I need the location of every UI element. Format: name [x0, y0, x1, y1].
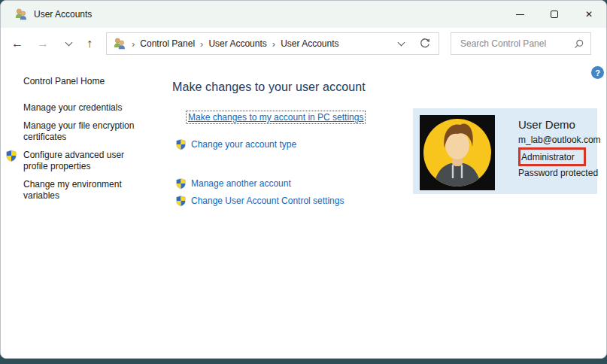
help-button[interactable]: ? — [591, 66, 604, 79]
uac-shield-icon — [175, 195, 187, 207]
breadcrumb-user-accounts-icon — [113, 37, 126, 50]
maximize-button[interactable] — [537, 1, 572, 28]
search-input[interactable] — [460, 38, 573, 49]
breadcrumb-separator: › — [272, 38, 275, 50]
link-label: Manage another account — [191, 178, 291, 189]
link-pc-settings[interactable]: Make changes to my account in PC setting… — [186, 111, 366, 124]
page-title: Make changes to your user account — [172, 80, 413, 94]
link-label: Change your account type — [191, 139, 296, 150]
administrator-highlight-box: Administrator — [518, 147, 586, 166]
link-change-account-type[interactable]: Change your account type — [175, 138, 413, 150]
breadcrumb-user-accounts[interactable]: User Accounts — [208, 38, 266, 49]
user-account-card: User Demo m_lab@outlook.com Administrato… — [413, 108, 597, 194]
search-box[interactable] — [451, 32, 591, 55]
minimize-icon — [516, 14, 524, 15]
user-avatar — [420, 115, 495, 190]
link-change-uac-settings[interactable]: Change User Account Control settings — [175, 195, 413, 207]
help-icon: ? — [595, 68, 600, 77]
password-status: Password protected — [518, 168, 601, 178]
link-manage-another-account[interactable]: Manage another account — [175, 177, 413, 190]
sidebar-item-environment-variables[interactable]: Change my environment variables — [23, 179, 145, 202]
user-email: m_lab@outlook.com — [518, 135, 601, 145]
main-pane: Make changes to your user account Make c… — [172, 59, 413, 207]
breadcrumb-user-accounts-2[interactable]: User Accounts — [281, 38, 338, 49]
chevron-down-icon — [65, 38, 72, 46]
up-button[interactable]: ↑ — [80, 28, 99, 59]
minimize-button[interactable] — [502, 1, 537, 28]
address-bar[interactable]: › Control Panel › User Accounts › User A… — [106, 32, 439, 55]
close-icon: ✕ — [585, 9, 593, 20]
user-accounts-app-icon — [14, 8, 28, 21]
uac-shield-icon — [5, 150, 17, 162]
uac-shield-icon — [175, 177, 187, 190]
search-icon[interactable] — [573, 38, 584, 50]
maximize-icon — [551, 11, 558, 18]
uac-shield-icon — [175, 138, 187, 150]
breadcrumb-control-panel[interactable]: Control Panel — [140, 38, 195, 49]
sidebar-item-control-panel-home[interactable]: Control Panel Home — [23, 76, 172, 86]
forward-icon: → — [37, 37, 49, 50]
breadcrumb-separator: › — [132, 38, 135, 50]
refresh-icon[interactable] — [419, 38, 431, 50]
user-role: Administrator — [521, 152, 575, 162]
close-button[interactable]: ✕ — [572, 1, 606, 28]
user-name: User Demo — [518, 118, 601, 131]
sidebar-item-file-encryption-certificates[interactable]: Manage your file encryption certificates — [23, 120, 145, 144]
window-title: User Accounts — [34, 9, 92, 20]
back-button[interactable]: ← — [8, 28, 26, 59]
sidebar: Control Panel Home Manage your credentia… — [1, 59, 172, 208]
back-icon: ← — [11, 37, 23, 50]
content-area: ? Control Panel Home Manage your credent… — [1, 59, 606, 358]
up-icon: ↑ — [86, 37, 93, 50]
breadcrumb-separator: › — [200, 38, 203, 50]
sidebar-item-label: Configure advanced user profile properti… — [23, 150, 124, 172]
sidebar-item-manage-credentials[interactable]: Manage your credentials — [23, 102, 145, 114]
recent-locations-button[interactable] — [59, 28, 77, 59]
title-bar: User Accounts ✕ — [1, 1, 606, 28]
sidebar-item-advanced-user-profile[interactable]: Configure advanced user profile properti… — [23, 150, 145, 173]
link-label: Change User Account Control settings — [191, 196, 344, 206]
window-controls: ✕ — [502, 1, 606, 28]
address-dropdown-icon[interactable] — [398, 38, 405, 46]
forward-button[interactable]: → — [34, 28, 52, 59]
user-accounts-window: User Accounts ✕ ← → ↑ › Control Panel › … — [0, 0, 607, 359]
navigation-bar: ← → ↑ › Control Panel › User Accounts › … — [1, 28, 606, 59]
user-info: User Demo m_lab@outlook.com Administrato… — [518, 118, 601, 178]
